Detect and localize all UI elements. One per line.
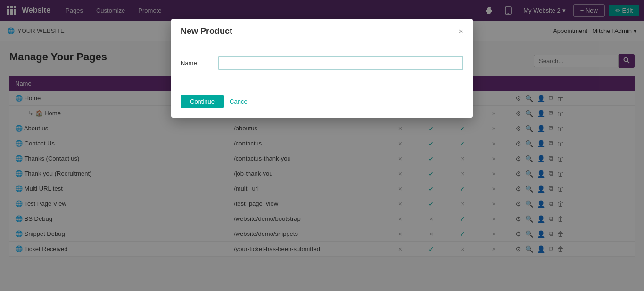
modal-header: New Product × — [171, 19, 473, 44]
cancel-button[interactable]: Cancel — [230, 98, 248, 105]
name-form-row: Name: — [181, 56, 463, 70]
modal-title: New Product — [181, 26, 232, 36]
modal-footer: Continue Cancel — [171, 89, 473, 118]
modal-body: Name: — [171, 44, 473, 89]
name-input[interactable] — [218, 56, 463, 70]
modal-close-button[interactable]: × — [458, 27, 463, 36]
name-label: Name: — [181, 59, 218, 66]
modal-overlay: New Product × Name: Continue Cancel — [0, 0, 644, 291]
continue-button[interactable]: Continue — [181, 95, 224, 108]
new-product-modal: New Product × Name: Continue Cancel — [171, 19, 473, 118]
